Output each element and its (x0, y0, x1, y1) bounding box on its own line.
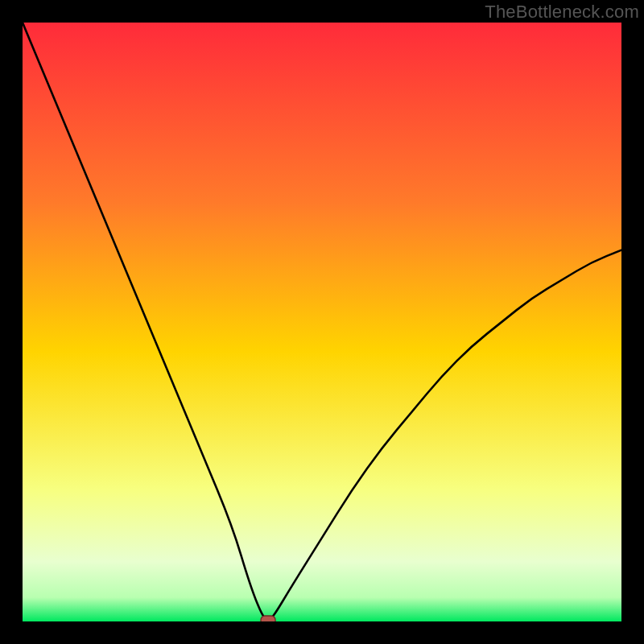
gradient-background (23, 23, 621, 621)
watermark-text: TheBottleneck.com (485, 2, 639, 23)
chart-frame: TheBottleneck.com (0, 0, 644, 644)
plot-area (23, 23, 621, 621)
optimal-marker (261, 616, 275, 621)
chart-svg (23, 23, 621, 621)
